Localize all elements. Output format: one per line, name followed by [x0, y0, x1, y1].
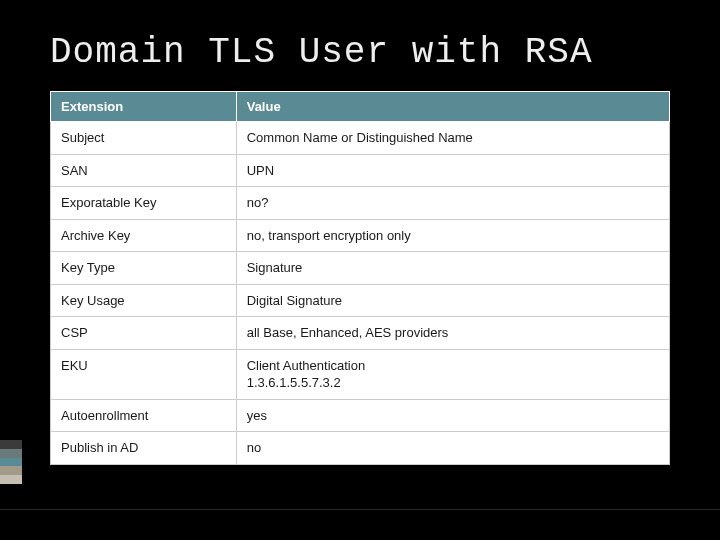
cell-extension: EKU [51, 349, 237, 399]
cell-value: Signature [236, 252, 669, 285]
table-row: Exporatable Key no? [51, 187, 670, 220]
cert-template-table: Extension Value Subject Common Name or D… [50, 91, 670, 465]
table-row: EKU Client Authentication1.3.6.1.5.5.7.3… [51, 349, 670, 399]
divider [0, 509, 720, 510]
header-value: Value [236, 92, 669, 122]
table-header-row: Extension Value [51, 92, 670, 122]
cell-value: Common Name or Distinguished Name [236, 122, 669, 155]
cell-extension: Key Usage [51, 284, 237, 317]
header-extension: Extension [51, 92, 237, 122]
table-row: Key Type Signature [51, 252, 670, 285]
table-row: Autoenrollment yes [51, 399, 670, 432]
cell-extension: Subject [51, 122, 237, 155]
cell-value: Client Authentication1.3.6.1.5.5.7.3.2 [236, 349, 669, 399]
cell-value: no, transport encryption only [236, 219, 669, 252]
cell-extension: Exporatable Key [51, 187, 237, 220]
table-row: SAN UPN [51, 154, 670, 187]
cell-extension: Archive Key [51, 219, 237, 252]
cell-value: no [236, 432, 669, 465]
cell-value: all Base, Enhanced, AES providers [236, 317, 669, 350]
slide: Domain TLS User with RSA Extension Value… [0, 0, 720, 540]
table-row: Key Usage Digital Signature [51, 284, 670, 317]
accent-stripes-icon [0, 440, 22, 484]
table-row: Publish in AD no [51, 432, 670, 465]
cell-value: Digital Signature [236, 284, 669, 317]
cell-extension: Autoenrollment [51, 399, 237, 432]
cell-value: no? [236, 187, 669, 220]
cell-extension: SAN [51, 154, 237, 187]
cell-value: UPN [236, 154, 669, 187]
cell-extension: Key Type [51, 252, 237, 285]
cell-value: yes [236, 399, 669, 432]
table-row: Subject Common Name or Distinguished Nam… [51, 122, 670, 155]
cell-extension: Publish in AD [51, 432, 237, 465]
table-row: CSP all Base, Enhanced, AES providers [51, 317, 670, 350]
table-row: Archive Key no, transport encryption onl… [51, 219, 670, 252]
cell-extension: CSP [51, 317, 237, 350]
page-title: Domain TLS User with RSA [50, 32, 670, 73]
